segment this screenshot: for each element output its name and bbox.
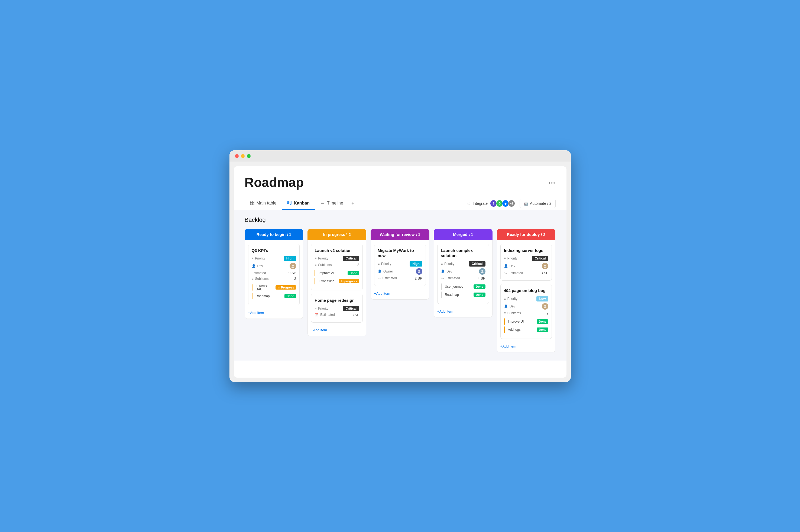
- timeline-label: Timeline: [327, 201, 343, 206]
- add-view-button[interactable]: +: [349, 197, 357, 210]
- card-404-bug: 404 page on blog bug ≡ Priority Low: [500, 284, 552, 339]
- subitem-row-2: Error fixing In progress: [315, 277, 359, 285]
- minimize-dot[interactable]: [241, 154, 245, 158]
- card-row-priority: ≡ Priority Low: [504, 296, 549, 302]
- dev-avatar: [479, 268, 485, 275]
- subitem-row-1: Improve UI Done: [504, 318, 549, 326]
- integrate-label: Integrate: [473, 201, 488, 206]
- card-title: Home page redesign: [315, 298, 359, 303]
- priority-icon: ≡: [378, 262, 380, 266]
- add-item-button-1[interactable]: +Add item: [248, 309, 300, 316]
- kanban-icon: [287, 201, 291, 206]
- tab-kanban[interactable]: Kanban: [282, 197, 315, 210]
- subitem-bar: [252, 293, 252, 299]
- subitem-bar: [441, 291, 442, 298]
- tab-main-table[interactable]: Main table: [245, 197, 282, 210]
- svg-point-19: [544, 307, 547, 308]
- subitems-table: User journey Done Roadmap Done: [441, 283, 485, 299]
- subitem-bar: [441, 283, 442, 290]
- svg-point-12: [418, 270, 420, 272]
- svg-point-14: [481, 270, 483, 272]
- card-row-subitems: ≡ Subitems 2: [252, 277, 297, 281]
- card-home-page: Home page redesign ≡ Priority Critical: [311, 293, 363, 323]
- subitem-bar: [315, 270, 315, 276]
- subitem-status: Done: [474, 292, 485, 297]
- card-row-owner: 👤 Owner: [378, 268, 422, 275]
- card-row-dev: 👤 Dev: [441, 268, 485, 275]
- subitem-status: In Progress: [275, 285, 297, 289]
- col-ready-to-begin-header: Ready to begin \ 1: [245, 229, 303, 240]
- subitem-status: Done: [537, 327, 549, 332]
- subitems-table: Improve UI Done Add logs Done: [504, 318, 549, 334]
- main-table-label: Main table: [256, 201, 277, 206]
- subitem-bar: [504, 326, 505, 333]
- card-row-estimated: ¹₂₃ Estimated 4 SP: [441, 276, 485, 280]
- svg-point-13: [418, 272, 420, 273]
- subitem-bar: [315, 278, 315, 284]
- automate-icon: 🤖: [524, 201, 528, 206]
- subitem-bar: [252, 284, 252, 291]
- card-row-priority: ≡ Priority Critical: [315, 306, 359, 311]
- close-dot[interactable]: [235, 154, 239, 158]
- tab-timeline[interactable]: Timeline: [315, 197, 349, 210]
- automate-label: Automate / 2: [530, 201, 551, 206]
- col-merged-header: Merged \ 1: [434, 229, 493, 240]
- subitem-status: Done: [474, 284, 485, 289]
- subitem-status: Done: [537, 319, 549, 324]
- card-launch-complex: Launch complex solution ≡ Priority Criti…: [437, 244, 489, 304]
- col-deploy-body: Indexing server logs ≡ Priority Critical: [497, 240, 556, 353]
- subitems-table: Improve DAU In Progress Roadmap Done: [252, 283, 297, 300]
- priority-badge: Critical: [343, 306, 359, 311]
- col-in-progress-header: In progress \ 2: [307, 229, 366, 240]
- integrate-section[interactable]: ◇ Integrate S G ◆ +2: [467, 200, 515, 207]
- svg-rect-5: [289, 201, 290, 203]
- card-row-subitems: ≡ Subitems 2: [315, 263, 359, 267]
- more-options-button[interactable]: •••: [549, 180, 556, 186]
- col-merged-body: Launch complex solution ≡ Priority Criti…: [434, 240, 493, 318]
- card-row-estimated: Estimated 9 SP: [252, 271, 297, 275]
- num-icon: ¹₂₃: [504, 271, 507, 274]
- add-item-button-5[interactable]: +Add item: [500, 343, 552, 350]
- card-launch-v2: Launch v2 solution ≡ Priority Critical: [311, 244, 363, 291]
- priority-badge: Low: [536, 296, 548, 302]
- card-q3-kpis: Q3 KPI's ≡ Priority High 👤: [248, 244, 300, 306]
- svg-rect-1: [252, 201, 254, 203]
- card-title: Indexing server logs: [504, 248, 549, 253]
- col-in-progress-body: Launch v2 solution ≡ Priority Critical: [307, 240, 366, 336]
- card-row-priority: ≡ Priority High: [252, 256, 297, 261]
- subitem-row-2: Add logs Done: [504, 326, 549, 334]
- svg-rect-0: [250, 201, 252, 203]
- priority-badge: High: [284, 256, 297, 261]
- svg-point-16: [544, 265, 546, 266]
- priority-icon: ≡: [315, 256, 317, 260]
- add-item-button-4[interactable]: +Add item: [437, 308, 489, 315]
- col-merged: Merged \ 1 Launch complex solution ≡ Pri…: [434, 229, 493, 318]
- subitem-row-1: Improve DAU In Progress: [252, 283, 297, 292]
- dev-avatar: [542, 303, 548, 310]
- subitem-row-1: User journey Done: [441, 283, 485, 291]
- maximize-dot[interactable]: [247, 154, 251, 158]
- num-icon: ¹₂₃: [441, 277, 444, 280]
- col-ready-to-begin: Ready to begin \ 1 Q3 KPI's ≡ Priority H…: [245, 229, 303, 319]
- svg-point-18: [544, 305, 546, 307]
- col-waiting-body: Migrate MyWork to new ≡ Priority High: [370, 240, 430, 300]
- card-row-priority: ≡ Priority Critical: [315, 256, 359, 261]
- num-icon: ¹₂₃: [378, 277, 381, 280]
- automate-button[interactable]: 🤖 Automate / 2: [520, 199, 555, 208]
- owner-icon: 👤: [378, 269, 382, 273]
- subitems-icon: ≡: [252, 277, 253, 281]
- priority-icon: ≡: [504, 297, 506, 301]
- subitem-row-2: Roadmap Done: [252, 292, 297, 300]
- priority-icon: ≡: [441, 262, 443, 266]
- col-waiting-header: Waiting for review \ 1: [370, 229, 430, 240]
- svg-rect-6: [290, 201, 291, 205]
- priority-icon: ≡: [504, 256, 506, 260]
- subitem-row-1: Improve API Done: [315, 269, 359, 277]
- col-ready-for-deploy: Ready for deploy \ 2 Indexing server log…: [497, 229, 556, 353]
- svg-point-11: [291, 267, 294, 268]
- add-item-button-3[interactable]: +Add item: [374, 290, 426, 297]
- add-item-button-2[interactable]: +Add item: [311, 326, 363, 334]
- card-indexing-logs: Indexing server logs ≡ Priority Critical: [500, 244, 552, 281]
- card-row-estimated: ¹₂₃ Estimated 2 SP: [378, 276, 422, 280]
- header-nav: Main table Kanban Timeline: [245, 197, 556, 210]
